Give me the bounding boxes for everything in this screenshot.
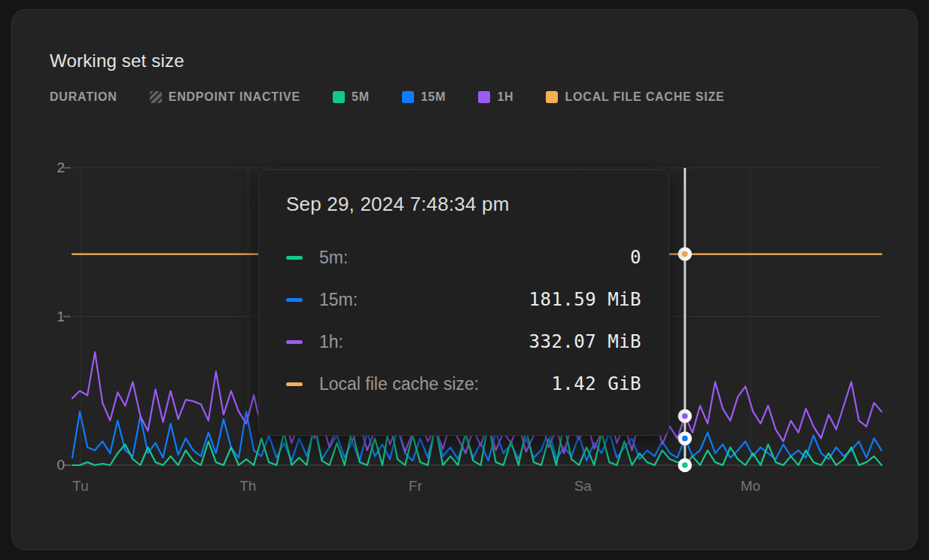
chart-tooltip: Sep 29, 2024 7:48:34 pm 5m: 0 15m: 181.5… <box>258 169 669 436</box>
legend-item-5m[interactable]: 5M <box>333 90 370 104</box>
tooltip-row-15m: 15m: 181.59 MiB <box>286 290 641 309</box>
y-axis-label: 1 <box>45 309 65 325</box>
tooltip-row-label: Local file cache size: <box>319 374 551 394</box>
x-axis-label: Mo <box>741 478 760 495</box>
blue-dash-icon <box>286 298 303 302</box>
x-axis-label: Tu <box>72 478 88 495</box>
y-axis-label: 0 <box>45 457 65 473</box>
blue-swatch-icon <box>402 91 414 103</box>
green-dash-icon <box>286 256 303 260</box>
orange-swatch-icon <box>546 91 558 103</box>
x-axis-label: Fr <box>409 478 422 495</box>
tooltip-row-value: 0 <box>630 247 641 268</box>
tooltip-timestamp: Sep 29, 2024 7:48:34 pm <box>286 193 641 216</box>
legend-item-endpoint-inactive[interactable]: ENDPOINT INACTIVE <box>150 90 300 104</box>
tooltip-row-label: 15m: <box>319 290 529 310</box>
legend-item-1h[interactable]: 1H <box>478 90 513 104</box>
legend-item-label: LOCAL FILE CACHE SIZE <box>565 90 724 104</box>
hatched-swatch-icon <box>150 91 162 103</box>
cursor-marker-icon <box>680 249 690 259</box>
legend-item-label: 15M <box>421 90 446 104</box>
tooltip-row-value: 332.07 MiB <box>529 331 642 352</box>
green-swatch-icon <box>333 91 345 103</box>
tooltip-row-1h: 1h: 332.07 MiB <box>286 332 641 352</box>
purple-dash-icon <box>286 340 303 344</box>
tooltip-row-value: 181.59 MiB <box>529 289 642 310</box>
x-axis-label: Th <box>239 478 256 495</box>
legend-item-label: 1H <box>497 90 513 104</box>
legend-item-label: 5M <box>352 90 370 104</box>
legend-caption-duration: DURATION <box>50 90 117 104</box>
legend-item-label: ENDPOINT INACTIVE <box>169 90 300 104</box>
tooltip-row-value: 1.42 GiB <box>551 373 641 394</box>
tooltip-row-5m: 5m: 0 <box>286 248 641 267</box>
chart-legend: DURATION ENDPOINT INACTIVE 5M 15M 1H LOC… <box>50 88 725 106</box>
cursor-marker-icon <box>680 434 690 443</box>
x-axis-label: Sa <box>574 478 592 495</box>
tooltip-row-label: 1h: <box>319 332 529 352</box>
legend-item-local-file-cache-size[interactable]: LOCAL FILE CACHE SIZE <box>546 90 724 104</box>
orange-dash-icon <box>286 382 303 386</box>
cursor-marker-icon <box>680 461 690 470</box>
tooltip-row-local-file-cache-size: Local file cache size: 1.42 GiB <box>286 374 641 394</box>
y-axis-label: 2 <box>45 160 65 176</box>
purple-swatch-icon <box>478 91 490 103</box>
legend-item-15m[interactable]: 15M <box>402 90 446 104</box>
page-title: Working set size <box>50 50 184 72</box>
working-set-size-card: Working set size DURATION ENDPOINT INACT… <box>11 9 918 550</box>
tooltip-row-label: 5m: <box>319 248 630 268</box>
cursor-marker-icon <box>680 411 690 421</box>
